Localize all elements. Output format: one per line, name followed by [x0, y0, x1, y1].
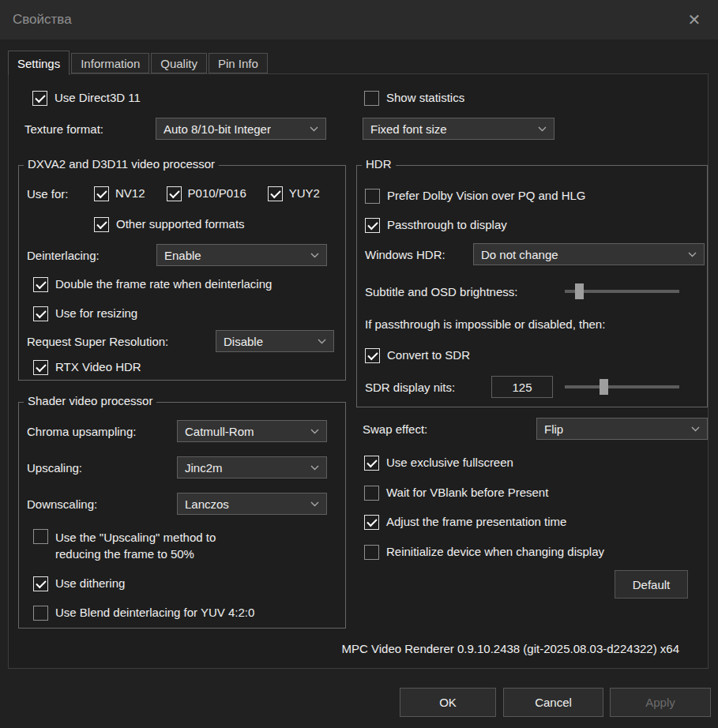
tab-information[interactable]: Information	[71, 53, 149, 73]
checkbox-label: Convert to SDR	[387, 347, 470, 363]
use-for-label: Use for:	[27, 187, 94, 201]
checkbox-label: Use Blend deinterlacing for YUV 4:2:0	[55, 605, 254, 621]
chevron-down-icon	[310, 501, 319, 507]
checkbox-label: Use exclusive fullscreen	[386, 455, 513, 471]
chevron-down-icon	[310, 253, 319, 258]
prefer-dolby-vision-checkbox[interactable]: Prefer Dolby Vision over PQ and HLG	[365, 188, 586, 204]
close-icon[interactable]: ✕	[683, 10, 705, 29]
texture-format-dropdown[interactable]: Auto 8/10-bit Integer	[156, 118, 326, 140]
use-direct3d11-checkbox[interactable]: Use Direct3D 11	[32, 90, 141, 106]
checkbox-label: Other supported formats	[116, 216, 245, 232]
dropdown-value: Catmull-Rom	[185, 425, 254, 438]
sdr-nits-row: SDR display nits:	[365, 376, 679, 398]
chevron-down-icon	[688, 252, 697, 257]
checkbox-icon	[364, 91, 379, 106]
dropdown-value: Auto 8/10-bit Integer	[164, 122, 271, 136]
tab-quality[interactable]: Quality	[151, 53, 207, 73]
default-button[interactable]: Default	[615, 570, 688, 599]
apply-button[interactable]: Apply	[610, 688, 711, 717]
other-formats-checkbox[interactable]: Other supported formats	[94, 216, 245, 232]
super-resolution-dropdown[interactable]: Disable	[216, 330, 334, 352]
osd-brightness-row: Subtitle and OSD brightness:	[365, 280, 679, 302]
chroma-upsampling-dropdown[interactable]: Catmull-Rom	[177, 420, 327, 442]
chevron-down-icon	[691, 426, 700, 432]
chevron-down-icon	[310, 126, 318, 132]
deinterlacing-dropdown[interactable]: Enable	[156, 244, 327, 266]
p010-p016-checkbox[interactable]: P010/P016	[167, 186, 246, 201]
nv12-checkbox[interactable]: NV12	[94, 186, 145, 201]
window-title: Свойства	[13, 12, 72, 28]
wait-vblank-checkbox[interactable]: Wait for VBlank before Present	[364, 485, 548, 501]
checkbox-label: Use dithering	[55, 576, 125, 591]
slider-thumb[interactable]	[575, 283, 584, 299]
hdr-group: HDR Prefer Dolby Vision over PQ and HLG …	[356, 165, 708, 407]
super-resolution-label: Request Super Resolution:	[27, 335, 216, 348]
dropdown-value: Lanczos	[185, 497, 229, 511]
checkbox-icon	[364, 486, 379, 501]
upscaling-half-checkbox[interactable]: Use the "Upscaling" method to reducing t…	[33, 529, 257, 562]
upscaling-label: Upscaling:	[27, 461, 177, 475]
reinitialize-device-checkbox[interactable]: Reinitialize device when changing displa…	[364, 544, 604, 560]
checkbox-label: Reinitialize device when changing displa…	[386, 544, 604, 560]
sdr-nits-input[interactable]	[491, 376, 553, 398]
dxva-group: DXVA2 and D3D11 video processor Use for:…	[18, 165, 346, 381]
checkbox-label: NV12	[115, 186, 145, 201]
tab-settings[interactable]: Settings	[8, 51, 70, 75]
swap-effect-dropdown[interactable]: Flip	[536, 418, 708, 440]
chevron-down-icon	[318, 339, 326, 344]
sdr-nits-slider[interactable]	[565, 379, 679, 395]
windows-hdr-dropdown[interactable]: Do not change	[473, 243, 705, 265]
tab-bar: Settings Information Quality Pin Info	[8, 51, 269, 73]
ok-button[interactable]: OK	[400, 688, 496, 717]
checkbox-label: Prefer Dolby Vision over PQ and HLG	[387, 188, 586, 204]
slider-thumb[interactable]	[600, 379, 608, 395]
texture-format-label: Texture format:	[24, 122, 156, 136]
use-dithering-checkbox[interactable]: Use dithering	[33, 576, 125, 591]
exclusive-fullscreen-checkbox[interactable]: Use exclusive fullscreen	[364, 455, 513, 471]
dropdown-value: Disable	[224, 335, 263, 348]
downscaling-dropdown[interactable]: Lanczos	[177, 493, 327, 515]
osd-brightness-label: Subtitle and OSD brightness:	[365, 285, 565, 298]
blend-deinterlacing-checkbox[interactable]: Use Blend deinterlacing for YUV 4:2:0	[33, 605, 254, 621]
passthrough-display-checkbox[interactable]: Passthrough to display	[365, 217, 507, 233]
checkbox-icon	[365, 218, 380, 233]
rtx-video-hdr-checkbox[interactable]: RTX Video HDR	[33, 359, 141, 375]
windows-hdr-label: Windows HDR:	[365, 248, 473, 261]
version-text: MPC Video Renderer 0.9.10.2438 (git-2025…	[341, 642, 679, 655]
checkbox-label: Use the "Upscaling" method to reducing t…	[55, 529, 257, 562]
deinterlacing-row: Deinterlacing: Enable	[27, 244, 327, 266]
cancel-button[interactable]: Cancel	[503, 688, 603, 717]
chroma-upsampling-row: Chroma upsampling: Catmull-Rom	[27, 420, 327, 442]
windows-hdr-row: Windows HDR: Do not change	[365, 243, 705, 265]
downscaling-row: Downscaling: Lanczos	[27, 493, 327, 515]
osd-brightness-slider[interactable]	[565, 283, 679, 299]
checkbox-icon	[33, 277, 48, 292]
dropdown-value: Do not change	[481, 248, 558, 261]
checkbox-icon	[33, 576, 48, 591]
convert-to-sdr-checkbox[interactable]: Convert to SDR	[365, 347, 470, 363]
yuy2-checkbox[interactable]: YUY2	[268, 186, 320, 201]
chroma-upsampling-label: Chroma upsampling:	[27, 425, 177, 438]
checkbox-label: Double the frame rate when deinterlacing	[55, 276, 272, 292]
checkbox-icon	[268, 186, 283, 201]
adjust-presentation-time-checkbox[interactable]: Adjust the frame presentation time	[364, 514, 566, 530]
checkbox-icon	[364, 545, 379, 560]
swap-effect-row: Swap effect: Flip	[363, 418, 708, 440]
chevron-down-icon	[310, 429, 319, 434]
slider-track[interactable]	[565, 385, 679, 388]
checkbox-icon	[33, 306, 48, 321]
tab-pin-info[interactable]: Pin Info	[209, 53, 268, 73]
dropdown-value: Flip	[544, 422, 563, 436]
checkbox-label: Use for resizing	[55, 306, 137, 321]
chevron-down-icon	[310, 465, 319, 471]
deinterlacing-label: Deinterlacing:	[27, 249, 156, 262]
use-for-resizing-checkbox[interactable]: Use for resizing	[33, 306, 137, 321]
font-size-dropdown[interactable]: Fixed font size	[363, 118, 554, 140]
upscaling-dropdown[interactable]: Jinc2m	[177, 456, 327, 478]
double-frame-rate-checkbox[interactable]: Double the frame rate when deinterlacing	[33, 276, 272, 292]
dropdown-value: Fixed font size	[370, 122, 447, 136]
group-title: Shader video processor	[24, 394, 156, 407]
super-resolution-row: Request Super Resolution: Disable	[27, 330, 334, 352]
upscaling-row: Upscaling: Jinc2m	[27, 456, 327, 478]
show-statistics-checkbox[interactable]: Show statistics	[364, 90, 464, 106]
